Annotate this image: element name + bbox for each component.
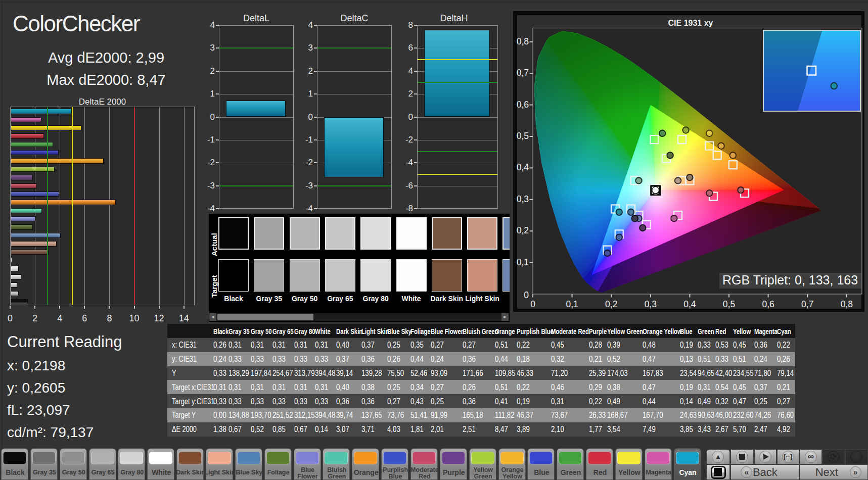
svg-text:0,2: 0,2 — [517, 225, 529, 235]
svg-text:CIE 1931 xy: CIE 1931 xy — [668, 19, 713, 27]
svg-text:0,5: 0,5 — [517, 131, 529, 141]
svg-text:0: 0 — [524, 290, 529, 300]
svg-text:0,6: 0,6 — [762, 299, 774, 309]
svg-text:0: 0 — [530, 299, 535, 309]
svg-text:0,7: 0,7 — [801, 299, 813, 309]
svg-text:0,6: 0,6 — [517, 100, 529, 110]
svg-text:0,8: 0,8 — [841, 299, 853, 309]
svg-text:0,4: 0,4 — [683, 299, 696, 309]
svg-text:0,3: 0,3 — [645, 299, 657, 309]
svg-text:RGB Triplet: 0, 133, 163: RGB Triplet: 0, 133, 163 — [722, 273, 858, 287]
svg-text:0,3: 0,3 — [517, 194, 529, 204]
svg-text:0,4: 0,4 — [517, 162, 529, 172]
svg-text:0,1: 0,1 — [517, 257, 529, 267]
svg-text:0,8: 0,8 — [517, 36, 529, 46]
svg-text:0,2: 0,2 — [605, 299, 617, 309]
svg-text:0,7: 0,7 — [517, 68, 529, 78]
svg-text:0,1: 0,1 — [566, 299, 578, 309]
svg-text:0,5: 0,5 — [723, 299, 735, 309]
